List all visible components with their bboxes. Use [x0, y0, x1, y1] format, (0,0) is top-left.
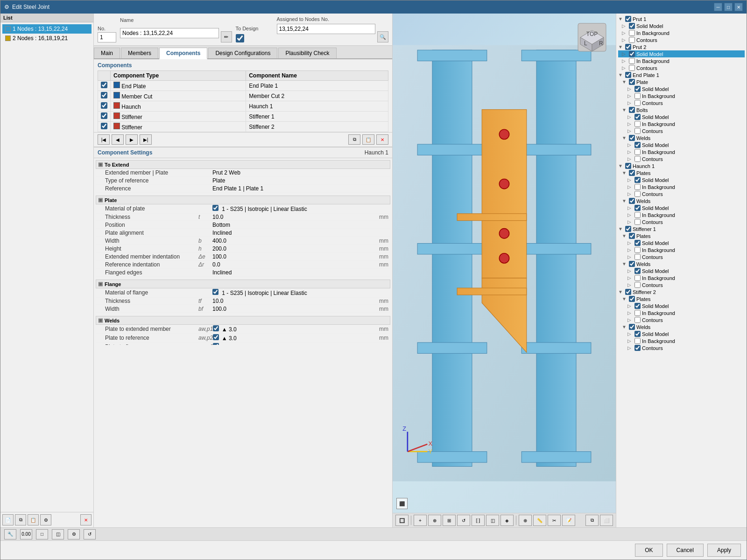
list-item[interactable]: 2 Nodes : 16,18,19,21 [2, 34, 92, 43]
select-button[interactable]: ⊕ [519, 515, 532, 526]
tree-checkbox[interactable] [634, 149, 641, 155]
paste-button[interactable]: 📋 [28, 514, 39, 525]
tree-checkbox[interactable] [634, 114, 641, 120]
tree-checkbox[interactable] [625, 226, 631, 232]
tree-checkbox[interactable] [629, 261, 635, 267]
tree-item[interactable]: ▼Bolts [618, 106, 745, 113]
expand-icon[interactable]: ▷ [627, 212, 633, 217]
tree-checkbox[interactable] [625, 289, 631, 295]
expand-icon[interactable]: ▷ [627, 338, 633, 343]
measure-button[interactable]: 📏 [533, 515, 546, 526]
expand-icon[interactable]: ▼ [622, 261, 627, 266]
expand-icon[interactable]: ▷ [627, 100, 633, 105]
table-row[interactable]: Stiffener Stiffener 1 [98, 112, 388, 122]
tree-checkbox[interactable] [625, 16, 631, 22]
tree-item[interactable]: ▷In Background [618, 92, 745, 99]
new-button[interactable]: 📄 [2, 514, 14, 525]
value-checkbox[interactable] [212, 289, 218, 295]
tree-item[interactable]: ▼Welds [618, 260, 745, 267]
tree-item[interactable]: ▷Contours [618, 281, 745, 288]
settings-group-header[interactable]: ▣Flange [96, 280, 390, 288]
nav-next-button[interactable]: ▶ [126, 134, 138, 145]
status-btn-2[interactable]: 0.00 [20, 529, 32, 539]
tree-item[interactable]: ▷Contours [618, 253, 745, 260]
tree-item[interactable]: ▼Welds [618, 323, 745, 330]
comp-checkbox[interactable] [101, 123, 107, 129]
tree-item[interactable]: ▷In Background [618, 57, 745, 64]
expand-icon[interactable]: ▼ [622, 296, 627, 301]
cancel-button[interactable]: Cancel [667, 544, 704, 557]
expand-icon[interactable]: ▼ [622, 324, 627, 329]
expand-icon[interactable]: ▼ [618, 289, 624, 294]
tree-checkbox[interactable] [634, 310, 641, 316]
tree-item[interactable]: ▼Plates [618, 232, 745, 239]
expand-icon[interactable]: ▷ [627, 310, 633, 315]
expand-icon[interactable]: ▼ [622, 107, 627, 112]
expand-icon[interactable]: ▷ [627, 184, 633, 189]
status-btn-1[interactable]: 🔧 [4, 529, 16, 539]
status-btn-3[interactable]: □ [36, 529, 48, 539]
row-check[interactable] [98, 91, 111, 101]
tree-item[interactable]: ▷In Background [618, 148, 745, 155]
table-row[interactable]: End Plate End Plate 1 [98, 81, 388, 91]
tree-checkbox[interactable] [629, 65, 635, 71]
nav-first-button[interactable]: |◀ [98, 134, 110, 145]
row-check[interactable] [98, 112, 111, 122]
settings-group-header[interactable]: ▣Welds [96, 316, 390, 325]
copy-comp-button[interactable]: ⧉ [348, 134, 360, 145]
tree-item[interactable]: ▷Solid Model [618, 330, 745, 337]
section-button[interactable]: ✂ [548, 515, 561, 526]
expand-icon[interactable]: ▼ [622, 135, 627, 140]
expand-icon[interactable]: ▼ [618, 72, 624, 77]
apply-button[interactable]: Apply [707, 544, 741, 557]
row-check[interactable] [98, 101, 111, 112]
tree-item[interactable]: ▷Contours [618, 190, 745, 197]
tab-plausibility-check[interactable]: Plausibility Check [278, 48, 336, 58]
to-design-checkbox[interactable] [236, 34, 244, 42]
expand-icon[interactable]: ▼ [618, 44, 624, 49]
tree-checkbox[interactable] [634, 128, 641, 134]
tree-item[interactable]: ▼End Plate 1 [618, 71, 745, 78]
tree-item[interactable]: ▷Solid Model [618, 267, 745, 274]
close-button[interactable]: ✕ [734, 3, 743, 11]
tree-item[interactable]: ▼Plates [618, 295, 745, 302]
tree-item[interactable]: ▷In Background [618, 309, 745, 316]
status-btn-4[interactable]: ◫ [52, 529, 64, 539]
row-check[interactable] [98, 81, 111, 91]
expand-icon[interactable]: ▷ [627, 93, 633, 98]
expand-icon[interactable]: ▼ [618, 163, 624, 168]
tree-checkbox[interactable] [629, 23, 635, 29]
tree-item[interactable]: ▷In Background [618, 246, 745, 253]
expand-icon[interactable]: ▼ [622, 233, 627, 238]
tree-item[interactable]: ▷In Background [618, 211, 745, 218]
maximize-button[interactable]: □ [724, 3, 733, 11]
expand-icon[interactable]: ▷ [627, 191, 633, 196]
tree-item[interactable]: ▼Stiffener 1 [618, 225, 745, 232]
tree-item[interactable]: ▷In Background [618, 120, 745, 127]
tree-item[interactable]: ▷Contours [618, 344, 745, 351]
zoom-in-button[interactable]: + [414, 515, 427, 526]
tree-checkbox[interactable] [629, 135, 635, 141]
expand-icon[interactable]: ▷ [627, 240, 633, 245]
weld-checkbox[interactable] [213, 325, 219, 331]
row-check[interactable] [98, 122, 111, 132]
name-input[interactable] [120, 28, 219, 38]
expand-icon[interactable]: ▷ [627, 317, 633, 322]
expand-icon[interactable]: ▼ [622, 79, 627, 84]
tree-checkbox[interactable] [634, 254, 641, 260]
weld-checkbox[interactable] [213, 343, 219, 345]
expand-icon[interactable]: ▷ [627, 345, 633, 350]
assigned-input[interactable] [277, 24, 376, 34]
tree-item[interactable]: ▷In Background [618, 337, 745, 344]
expand-icon[interactable]: ▷ [627, 128, 633, 133]
tree-checkbox[interactable] [634, 303, 641, 309]
view-button[interactable]: ⬛ [396, 498, 408, 509]
front-view-button[interactable]: ⟦⟧ [472, 515, 485, 526]
comp-checkbox[interactable] [101, 82, 107, 88]
expand-icon[interactable]: ▷ [627, 331, 633, 336]
tree-checkbox[interactable] [634, 275, 641, 281]
table-row[interactable]: Stiffener Stiffener 2 [98, 122, 388, 132]
tree-checkbox[interactable] [634, 86, 641, 92]
tree-checkbox[interactable] [634, 156, 641, 162]
fullscreen-button[interactable]: ⬜ [600, 515, 613, 526]
